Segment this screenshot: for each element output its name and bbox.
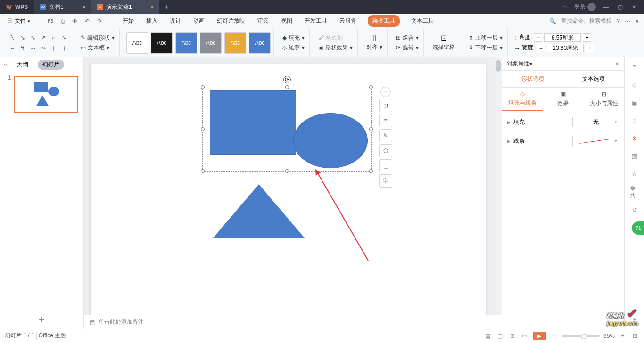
rotate-button[interactable]: ⟳ 旋转 ▾ bbox=[394, 43, 421, 53]
tab-texttools[interactable]: 文本工具 bbox=[410, 15, 435, 27]
select-pane-button[interactable]: 选择窗格 bbox=[430, 42, 457, 52]
style-abc-2[interactable]: Abc bbox=[151, 32, 173, 54]
close-panel-icon[interactable]: ✕ bbox=[615, 61, 619, 67]
zoom-level[interactable]: 65% bbox=[603, 333, 615, 339]
slide-canvas[interactable]: ⟳ − ⊡ ≡ ✎ ⬠ ▢ 字 bbox=[91, 64, 486, 329]
style-abc-4[interactable]: Abc bbox=[200, 32, 222, 54]
select-pane-icon[interactable]: ⊡ bbox=[441, 33, 447, 42]
align-button[interactable]: 对齐 ▾ bbox=[364, 42, 384, 52]
slide-thumbnail-1[interactable] bbox=[14, 76, 78, 113]
float-layers-icon[interactable]: ≡ bbox=[379, 114, 392, 127]
fill-button[interactable]: ◆ 填充 ▾ bbox=[281, 33, 306, 43]
float-shadow-icon[interactable]: ▢ bbox=[379, 159, 392, 172]
view-reading-icon[interactable]: ▭ bbox=[520, 332, 529, 340]
tab-doc1[interactable]: W 文档1 • bbox=[34, 0, 91, 14]
close-button[interactable]: ✕ bbox=[632, 4, 638, 10]
width-plus[interactable]: + bbox=[586, 44, 594, 52]
shape-effect-button[interactable]: ▣ 形状效果 ▾ bbox=[316, 43, 355, 53]
width-minus[interactable]: − bbox=[537, 44, 545, 52]
sidebar-animate-icon[interactable]: ⊡ bbox=[630, 116, 639, 125]
fit-screen-icon[interactable]: ⊡ bbox=[631, 332, 639, 340]
minimize-button[interactable]: — bbox=[603, 4, 610, 10]
outline-tab[interactable]: 大纲 bbox=[12, 60, 33, 70]
new-tab-button[interactable]: + bbox=[159, 3, 173, 11]
preview-icon[interactable]: 👁 bbox=[71, 17, 79, 25]
shape-triangle[interactable] bbox=[213, 184, 305, 238]
fill-line-subtab[interactable]: ◇ 填充与线条 bbox=[502, 88, 543, 111]
login-button[interactable]: 登录 bbox=[574, 3, 596, 11]
height-plus[interactable]: + bbox=[583, 33, 591, 42]
view-normal-icon[interactable]: ▢ bbox=[496, 332, 504, 340]
sidebar-badge[interactable]: 71 bbox=[632, 221, 644, 235]
collapse-ribbon-icon[interactable]: ∧ bbox=[635, 18, 639, 24]
line-select[interactable] bbox=[572, 136, 619, 146]
handle-sw[interactable] bbox=[201, 169, 205, 173]
outline-button[interactable]: ◇ 轮廓 ▾ bbox=[281, 43, 306, 53]
handle-ne[interactable] bbox=[369, 85, 373, 89]
sidebar-star-icon[interactable]: ☆ bbox=[630, 170, 639, 179]
save-icon[interactable]: 🖫 bbox=[47, 17, 54, 25]
expand-fill-icon[interactable]: ▶ bbox=[507, 120, 511, 125]
edit-shape-button[interactable]: ✎ 编辑形状 ▾ bbox=[79, 33, 116, 43]
tab-drawingtools[interactable]: 绘图工具 bbox=[368, 15, 400, 27]
rotate-handle[interactable]: ⟳ bbox=[283, 76, 291, 83]
float-text-icon[interactable]: 字 bbox=[379, 174, 392, 188]
tab-slideshow[interactable]: 幻灯片放映 bbox=[216, 15, 246, 27]
handle-nw[interactable] bbox=[201, 85, 205, 89]
group-button[interactable]: ⊞ 组合 ▾ bbox=[394, 33, 421, 43]
zoom-in-button[interactable]: + bbox=[619, 332, 627, 340]
height-input[interactable]: 6.55厘米 bbox=[544, 33, 581, 42]
tab-animation[interactable]: 动画 bbox=[192, 15, 206, 27]
float-zoom-out[interactable]: − bbox=[380, 87, 391, 97]
text-options-tab[interactable]: 文本选项 bbox=[563, 71, 625, 87]
slides-tab[interactable]: 幻灯片 bbox=[38, 60, 64, 70]
redo-icon[interactable]: ↷ bbox=[96, 17, 103, 25]
shape-gallery[interactable]: ╲↘⤡↗⌐∿ ⌐↯↝⤳{} bbox=[8, 33, 69, 53]
selection-box[interactable]: ⟳ bbox=[202, 87, 372, 172]
sidebar-template-icon[interactable]: ▣ bbox=[630, 98, 639, 107]
bring-forward-button[interactable]: ⬆ 上移一层 ▾ bbox=[467, 33, 504, 43]
float-tool-1[interactable]: ⊡ bbox=[379, 99, 392, 112]
shape-options-tab[interactable]: 形状选项 bbox=[502, 71, 563, 87]
add-slide-button[interactable]: + bbox=[0, 310, 83, 329]
style-abc-1[interactable]: Abc bbox=[126, 32, 148, 54]
maximize-button[interactable]: ▢ bbox=[618, 4, 624, 10]
zoom-out-button[interactable]: − bbox=[550, 332, 558, 340]
sidebar-history-icon[interactable]: ↺ bbox=[630, 205, 639, 215]
sidebar-share-icon[interactable]: �共 bbox=[630, 188, 639, 197]
collapse-panel-icon[interactable]: ‹‹ bbox=[4, 61, 8, 68]
sidebar-menu-icon[interactable]: ≡ bbox=[630, 62, 639, 72]
search-icon[interactable]: 🔍 bbox=[549, 18, 556, 24]
float-eyedropper-icon[interactable]: ✎ bbox=[379, 129, 392, 142]
vertical-scrollbar[interactable] bbox=[495, 57, 502, 329]
handle-s[interactable] bbox=[285, 169, 289, 173]
handle-w[interactable] bbox=[201, 127, 205, 131]
expand-line-icon[interactable]: ▶ bbox=[507, 139, 511, 144]
print-icon[interactable]: ⎙ bbox=[59, 17, 66, 25]
textbox-button[interactable]: ▭ 文本框 ▾ bbox=[79, 43, 116, 53]
height-minus[interactable]: − bbox=[534, 33, 542, 42]
zoom-slider[interactable] bbox=[562, 335, 600, 337]
notes-placeholder[interactable]: 单击此处添加备注 bbox=[99, 318, 144, 326]
file-menu[interactable]: ☰ 文件 ▾ bbox=[5, 16, 33, 26]
tab-insert[interactable]: 插入 bbox=[145, 15, 158, 27]
size-props-subtab[interactable]: ⊡ 大小与属性 bbox=[584, 88, 624, 111]
effects-subtab[interactable]: ▣ 效果 bbox=[543, 88, 583, 111]
tab-review[interactable]: 审阅 bbox=[256, 15, 270, 27]
align-icon[interactable]: ▯ bbox=[372, 33, 377, 42]
sidebar-image-icon[interactable]: 🖼 bbox=[630, 152, 639, 161]
tab-devtools[interactable]: 开发工具 bbox=[304, 15, 328, 27]
handle-e[interactable] bbox=[369, 127, 373, 131]
width-input[interactable]: 13.63厘米 bbox=[547, 44, 584, 52]
slideshow-button[interactable]: ▶ bbox=[533, 332, 546, 340]
tab-cloud[interactable]: 云服务 bbox=[339, 15, 357, 27]
sidebar-props-icon[interactable]: ⚙ bbox=[630, 134, 639, 143]
undo-icon[interactable]: ↶ bbox=[83, 17, 91, 25]
style-abc-6[interactable]: Abc bbox=[249, 32, 271, 54]
search-hint[interactable]: 查找命令、搜索模板 bbox=[561, 17, 612, 25]
handle-se[interactable] bbox=[369, 169, 373, 173]
more-icon[interactable]: ⋯ bbox=[625, 18, 630, 24]
fill-select[interactable]: 无 bbox=[572, 117, 619, 127]
tab-design[interactable]: 设计 bbox=[169, 15, 182, 27]
tab-view[interactable]: 视图 bbox=[280, 15, 293, 27]
